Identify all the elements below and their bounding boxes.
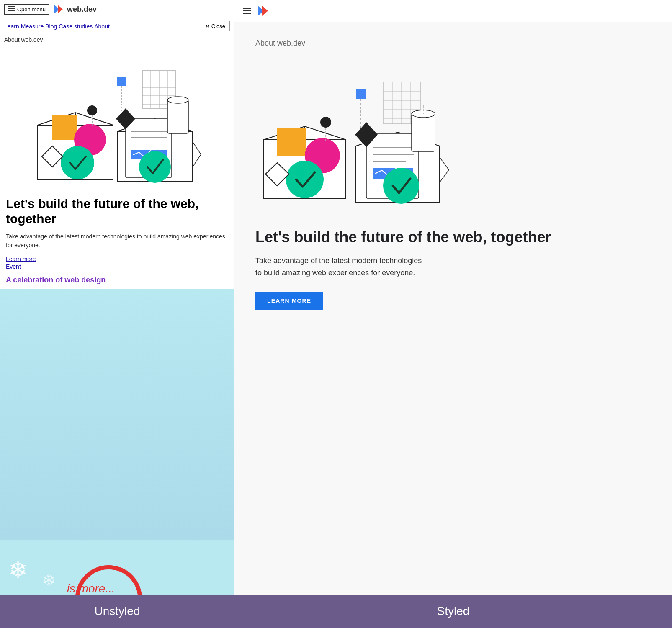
svg-point-51 (286, 161, 324, 198)
svg-rect-2 (8, 10, 15, 11)
left-header: Open menu web.dev (0, 0, 234, 18)
left-bottom-image: ❄ ❄ is more... (0, 289, 234, 595)
illustration-right (255, 60, 651, 215)
right-panel: About web.dev (234, 0, 672, 595)
svg-text:is more...: is more... (67, 582, 115, 595)
nav-blog[interactable]: Blog (45, 23, 57, 30)
left-description: Take advantage of the latest modern tech… (6, 232, 228, 250)
left-content: Let's build the future of the web, toget… (0, 192, 234, 289)
nav-learn[interactable]: Learn (4, 23, 19, 30)
unstyled-label: Unstyled (95, 605, 140, 618)
svg-rect-63 (356, 89, 366, 99)
learn-more-link[interactable]: Learn more (6, 256, 228, 262)
svg-rect-49 (277, 128, 306, 156)
svg-point-20 (139, 151, 171, 183)
left-panel: Open menu web.dev Learn Measure Blog Cas… (0, 0, 234, 595)
nav-measure[interactable]: Measure (21, 23, 44, 30)
nav-case-studies[interactable]: Case studies (59, 23, 93, 30)
svg-rect-77 (412, 114, 435, 151)
hamburger-icon (8, 6, 15, 13)
about-text-left: About web.dev (0, 34, 234, 46)
unstyled-label-container: Unstyled (0, 595, 234, 628)
right-description: Take advantage of the latest modern tech… (255, 255, 423, 279)
svg-rect-36 (167, 100, 188, 133)
styled-label: Styled (437, 605, 470, 618)
close-icon: ✕ (205, 23, 210, 29)
left-links: Learn more Event (6, 256, 228, 270)
svg-point-73 (320, 117, 331, 128)
svg-point-10 (61, 146, 94, 179)
event-link[interactable]: Event (6, 263, 228, 270)
svg-rect-22 (117, 77, 126, 86)
celebration-link[interactable]: A celebration of web design (6, 276, 106, 284)
about-text-right: About web.dev (255, 39, 651, 48)
svg-text:❄: ❄ (8, 557, 28, 583)
svg-rect-1 (8, 8, 15, 9)
illustration-left (0, 46, 234, 192)
left-nav: Learn Measure Blog Case studies About ✕ … (0, 18, 234, 34)
close-button[interactable]: ✕ Close (201, 21, 230, 31)
svg-marker-4 (58, 5, 63, 13)
hamburger-icon-right[interactable] (243, 8, 251, 14)
svg-point-61 (383, 168, 419, 204)
svg-rect-0 (8, 6, 15, 7)
nav-about[interactable]: About (94, 23, 110, 30)
logo-left: web.dev (53, 3, 97, 15)
bottom-labels: Unstyled Styled (0, 595, 672, 628)
right-heading: Let's build the future of the web, toget… (255, 228, 651, 246)
right-content: About web.dev (234, 22, 672, 595)
svg-text:❄: ❄ (42, 571, 56, 590)
svg-marker-62 (440, 157, 449, 182)
styled-label-container: Styled (234, 595, 672, 628)
logo-icon-right (256, 4, 270, 18)
learn-more-button[interactable]: LEARN MORE (255, 292, 323, 310)
logo-text-left: web.dev (67, 5, 97, 14)
svg-marker-45 (262, 6, 268, 16)
left-heading: Let's build the future of the web, toget… (6, 196, 228, 226)
svg-rect-8 (52, 115, 77, 140)
svg-marker-21 (193, 142, 201, 167)
logo-icon-left (53, 3, 64, 15)
open-menu-button[interactable]: Open menu (4, 4, 49, 15)
open-menu-label: Open menu (17, 6, 46, 13)
svg-point-32 (87, 105, 97, 115)
close-label: Close (211, 23, 225, 29)
right-header (234, 0, 672, 22)
